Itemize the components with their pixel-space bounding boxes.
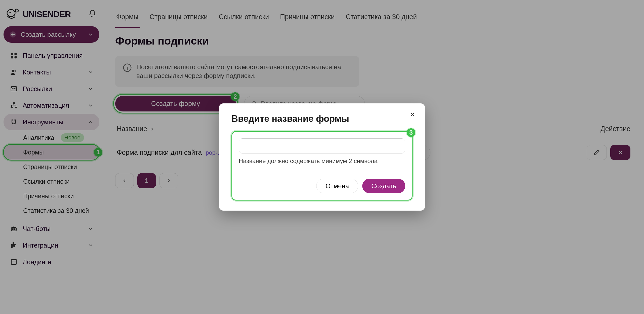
modal-highlighted-area: 3 Название должно содержать минимум 2 си… — [231, 131, 413, 201]
modal-title: Введите название формы — [231, 113, 413, 124]
modal-buttons: Отмена Создать — [239, 179, 405, 193]
form-name-input[interactable] — [239, 138, 405, 153]
modal-hint: Название должно содержать минимум 2 симв… — [239, 158, 405, 165]
submit-button[interactable]: Создать — [362, 179, 405, 193]
close-icon[interactable] — [409, 111, 416, 118]
tour-step-3: 3 — [407, 128, 415, 137]
create-form-modal: Введите название формы 3 Название должно… — [219, 103, 425, 211]
cancel-button[interactable]: Отмена — [316, 179, 358, 193]
